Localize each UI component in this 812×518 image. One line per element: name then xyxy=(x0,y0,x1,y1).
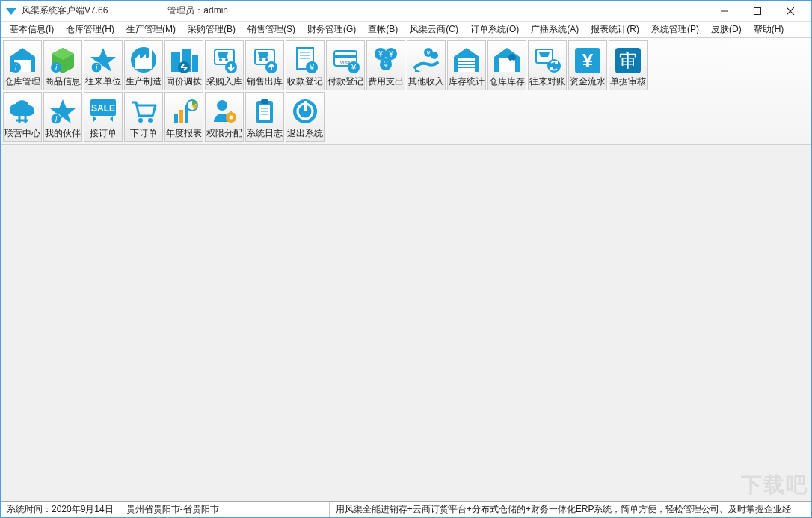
svg-point-70 xyxy=(217,100,227,111)
tool-house-pin[interactable]: 仓库库存 xyxy=(487,40,526,90)
svg-point-72 xyxy=(230,116,233,120)
cart-out-icon xyxy=(248,44,281,75)
buildings-icon xyxy=(167,44,200,75)
svg-text:¥: ¥ xyxy=(582,49,594,72)
yen-icon: ¥ xyxy=(571,44,604,75)
coin-in-icon: ¥ xyxy=(410,44,443,75)
close-button[interactable] xyxy=(774,1,807,22)
menu-item-2[interactable]: 生产管理(M) xyxy=(120,22,182,37)
svg-point-20 xyxy=(225,58,228,61)
menu-item-7[interactable]: 风渠云商(C) xyxy=(404,22,464,37)
menu-item-4[interactable]: 销售管理(S) xyxy=(242,22,301,37)
house-pin-icon xyxy=(490,44,523,75)
tool-label: 其他收入 xyxy=(408,75,444,88)
svg-rect-75 xyxy=(261,99,268,104)
tool-garage[interactable]: 库存统计 xyxy=(447,40,486,90)
minimize-button[interactable] xyxy=(708,1,741,22)
tool-power[interactable]: 退出系统 xyxy=(286,92,325,142)
star-icon: i xyxy=(46,96,79,127)
menu-item-9[interactable]: 广播系统(A) xyxy=(525,22,585,37)
menu-item-5[interactable]: 财务管理(G) xyxy=(301,22,362,37)
tool-buildings[interactable]: 同价调拨 xyxy=(164,40,203,90)
tool-label: 我的伙伴 xyxy=(45,127,81,140)
tool-star[interactable]: i往来单位 xyxy=(84,40,123,90)
tool-star[interactable]: i我的伙伴 xyxy=(43,92,82,142)
tool-yen[interactable]: ¥资金流水 xyxy=(568,40,607,90)
tool-cart-out[interactable]: 销售出库 xyxy=(245,40,284,90)
tool-factory[interactable]: 生产制造 xyxy=(124,40,163,90)
status-time-label: 系统时间： xyxy=(7,503,52,516)
tool-reconcile[interactable]: 往来对账 xyxy=(528,40,567,90)
tool-label: 往来对账 xyxy=(529,75,565,88)
svg-text:¥: ¥ xyxy=(426,49,431,56)
tool-label: 费用支出 xyxy=(368,75,404,88)
tool-label: 收款登记 xyxy=(287,75,323,88)
svg-rect-12 xyxy=(135,58,152,69)
tool-label: 库存统计 xyxy=(449,75,485,88)
tool-audit[interactable]: 审单据审核 xyxy=(609,40,648,90)
power-icon xyxy=(289,96,322,127)
warehouse-icon: i xyxy=(6,44,39,75)
tool-label: 销售出库 xyxy=(247,75,283,88)
tool-card[interactable]: VISA¥付款登记 xyxy=(326,40,365,90)
tool-label: 仓库库存 xyxy=(489,75,525,88)
app-icon xyxy=(5,5,17,17)
tool-warehouse[interactable]: i仓库管理 xyxy=(3,40,42,90)
menu-item-12[interactable]: 皮肤(D) xyxy=(705,22,748,37)
tool-label: 商品信息 xyxy=(45,75,81,88)
svg-point-19 xyxy=(219,58,222,61)
tool-label: 下订单 xyxy=(130,127,157,140)
status-time-value: 2020年9月14日 xyxy=(52,503,114,516)
svg-rect-1 xyxy=(754,7,761,14)
maximize-button[interactable] xyxy=(741,1,774,22)
svg-rect-33 xyxy=(334,55,357,58)
tool-label: 同价调拨 xyxy=(166,75,202,88)
watermark: 下载吧 xyxy=(741,471,808,499)
menu-item-0[interactable]: 基本信息(I) xyxy=(4,22,60,37)
tool-clipboard[interactable]: 系统日志 xyxy=(245,92,284,142)
svg-text:SALE: SALE xyxy=(91,103,115,114)
menu-item-10[interactable]: 报表统计(R) xyxy=(585,22,645,37)
tool-coin-out[interactable]: ¥¥¥费用支出 xyxy=(366,40,405,90)
svg-point-46 xyxy=(431,52,438,59)
tool-user-gear[interactable]: 权限分配 xyxy=(205,92,244,142)
tool-label: 往来单位 xyxy=(85,75,121,88)
tool-receipt[interactable]: ¥收款登记 xyxy=(286,40,325,90)
tool-cloud[interactable]: 联营中心 xyxy=(3,92,42,142)
menu-item-1[interactable]: 仓库管理(H) xyxy=(60,22,120,37)
admin-label: 管理员：admin xyxy=(167,4,228,17)
svg-rect-74 xyxy=(259,105,270,120)
reconcile-icon xyxy=(531,44,564,75)
status-location: 贵州省贵阳市-省贵阳市 xyxy=(120,502,330,517)
receipt-icon: ¥ xyxy=(289,44,322,75)
menu-item-6[interactable]: 查帐(B) xyxy=(362,22,404,37)
svg-rect-13 xyxy=(149,49,152,58)
factory-icon xyxy=(127,44,160,75)
svg-point-53 xyxy=(511,60,514,63)
svg-point-24 xyxy=(265,58,268,61)
menu-item-13[interactable]: 帮助(H) xyxy=(748,22,790,37)
tool-shopcart[interactable]: 下订单 xyxy=(124,92,163,142)
svg-rect-16 xyxy=(192,55,198,72)
tool-label: 仓库管理 xyxy=(4,75,40,88)
tool-sale[interactable]: SALE接订单 xyxy=(84,92,123,142)
tool-label: 联营中心 xyxy=(4,127,40,140)
menu-item-8[interactable]: 订单系统(O) xyxy=(464,22,525,37)
svg-point-65 xyxy=(148,118,153,123)
tool-label: 采购入库 xyxy=(206,75,242,88)
svg-rect-66 xyxy=(174,114,178,123)
status-message: 用风渠全能进销存+云商订货平台+分布式仓储的+财务一体化ERP系统，简单方便，轻… xyxy=(330,502,811,517)
cart-in-icon xyxy=(208,44,241,75)
svg-text:¥: ¥ xyxy=(309,63,315,72)
menu-item-11[interactable]: 系统管理(P) xyxy=(645,22,705,37)
box-icon: i xyxy=(46,44,79,75)
tool-label: 资金流水 xyxy=(570,75,606,88)
tool-coin-in[interactable]: ¥其他收入 xyxy=(407,40,446,90)
shopcart-icon xyxy=(127,96,160,127)
tool-box[interactable]: i商品信息 xyxy=(43,40,82,90)
svg-text:¥: ¥ xyxy=(378,50,383,58)
coin-out-icon: ¥¥¥ xyxy=(369,44,402,75)
tool-cart-in[interactable]: 采购入库 xyxy=(205,40,244,90)
menu-item-3[interactable]: 采购管理(B) xyxy=(182,22,242,37)
tool-chart[interactable]: 年度报表 xyxy=(164,92,203,142)
